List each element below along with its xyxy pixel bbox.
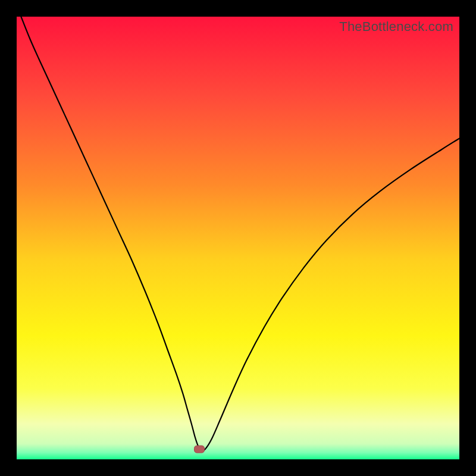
bottleneck-curve	[17, 17, 459, 459]
watermark-text: TheBottleneck.com	[339, 19, 453, 35]
plot-area: TheBottleneck.com	[17, 17, 459, 459]
chart-frame: TheBottleneck.com	[0, 0, 476, 476]
optimal-point-marker	[194, 445, 205, 453]
